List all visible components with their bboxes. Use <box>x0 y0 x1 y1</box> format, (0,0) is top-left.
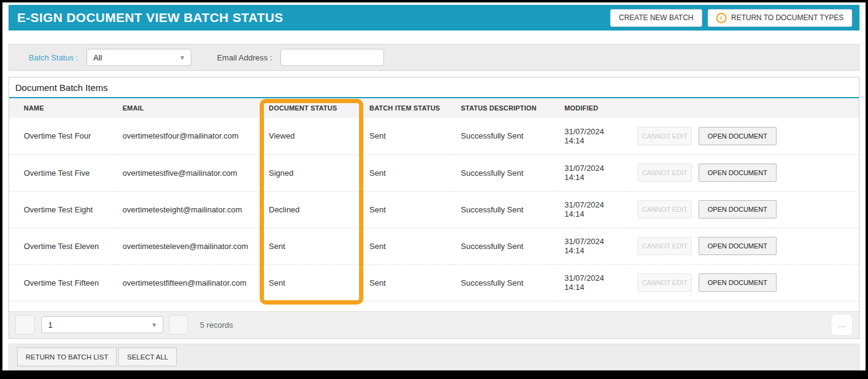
cannot-edit-button: CANNOT EDIT <box>638 273 692 292</box>
batch-status-select[interactable]: All ▼ <box>87 49 191 66</box>
email-address-label: Email Address : <box>217 53 272 62</box>
create-new-batch-button[interactable]: CREATE NEW BATCH <box>610 9 702 27</box>
footer-bar: RETURN TO BATCH LIST SELECT ALL <box>9 344 859 370</box>
cell-email: overtimetestfour@mailinator.com <box>116 118 263 154</box>
page-selected-value: 1 <box>48 320 52 330</box>
cell-document-status: Declined <box>263 191 363 228</box>
return-to-document-types-label: RETURN TO DOCUMENT TYPES <box>731 13 844 22</box>
table-header: NAME EMAIL DOCUMENT STATUS BATCH ITEM ST… <box>9 98 859 118</box>
table-row: Overtime Test Eight overtimetesteight@ma… <box>9 191 859 228</box>
panel-title: Document Batch Items <box>9 78 859 97</box>
cell-document-status: Sent <box>263 264 363 301</box>
table-row: Overtime Test Eleven overtimetesteleven@… <box>9 228 859 264</box>
cell-name: Overtime Test Fifteen <box>9 264 116 301</box>
cannot-edit-button: CANNOT EDIT <box>638 200 692 218</box>
column-header-status-description: STATUS DESCRIPTION <box>455 98 558 118</box>
cell-email: overtimetesteight@mailinator.com <box>116 191 263 228</box>
cell-email: overtimetestfifteen@mailinator.com <box>116 264 263 301</box>
header-actions: CREATE NEW BATCH ‹ RETURN TO DOCUMENT TY… <box>610 9 852 27</box>
pagination-bar: 1 ▼ 5 records ... <box>9 311 859 338</box>
open-document-button[interactable]: OPEN DOCUMENT <box>699 273 777 292</box>
page-header: E-SIGN DOCUMENT VIEW BATCH STATUS CREATE… <box>9 5 859 31</box>
table-row: Overtime Test Fifteen overtimetestfiftee… <box>9 264 859 301</box>
email-address-input[interactable] <box>280 49 384 66</box>
cell-name: Overtime Test Eight <box>9 191 116 228</box>
page-title: E-SIGN DOCUMENT VIEW BATCH STATUS <box>17 10 283 25</box>
pagination-more-button[interactable]: ... <box>831 314 853 336</box>
cell-email: overtimetesteleven@mailinator.com <box>116 228 263 264</box>
cell-modified: 31/07/2024 14:14 <box>558 228 631 264</box>
cell-modified: 31/07/2024 14:14 <box>558 191 631 228</box>
filter-bar: Batch Status : All ▼ Email Address : <box>9 44 859 71</box>
table-row: Overtime Test Five overtimetestfive@mail… <box>9 154 859 191</box>
caret-down-icon: ▼ <box>179 54 185 61</box>
cell-status-description: Successfully Sent <box>455 154 558 191</box>
return-to-batch-list-button[interactable]: RETURN TO BATCH LIST <box>17 347 116 366</box>
column-header-edit <box>631 98 692 118</box>
cell-email: overtimetestfive@mailinator.com <box>116 154 263 191</box>
open-document-button[interactable]: OPEN DOCUMENT <box>699 237 777 255</box>
column-header-modified: MODIFIED <box>558 98 631 118</box>
cell-document-status: Sent <box>263 228 363 264</box>
caret-down-icon: ▼ <box>151 322 157 328</box>
cell-batch-item-status: Sent <box>363 228 455 264</box>
records-count: 5 records <box>200 320 233 330</box>
cell-name: Overtime Test Eleven <box>9 228 116 264</box>
cell-name: Overtime Test Five <box>9 154 116 191</box>
cell-status-description: Successfully Sent <box>455 264 558 301</box>
cell-status-description: Successfully Sent <box>455 228 558 264</box>
app-window: E-SIGN DOCUMENT VIEW BATCH STATUS CREATE… <box>2 2 866 370</box>
cell-modified: 31/07/2024 14:14 <box>558 154 631 191</box>
open-document-button[interactable]: OPEN DOCUMENT <box>699 127 777 145</box>
table-row: Overtime Test Four overtimetestfour@mail… <box>9 118 859 154</box>
table-body: Overtime Test Four overtimetestfour@mail… <box>9 118 859 301</box>
column-header-name: NAME <box>9 98 116 118</box>
open-document-button[interactable]: OPEN DOCUMENT <box>699 164 777 182</box>
column-header-open <box>692 98 859 118</box>
cell-batch-item-status: Sent <box>363 191 455 228</box>
cell-document-status: Signed <box>263 154 363 191</box>
select-all-button[interactable]: SELECT ALL <box>118 347 177 366</box>
open-document-button[interactable]: OPEN DOCUMENT <box>699 200 777 218</box>
pagination-prev-button[interactable] <box>15 315 35 334</box>
column-header-email: EMAIL <box>116 98 263 118</box>
cell-status-description: Successfully Sent <box>455 118 558 154</box>
cell-name: Overtime Test Four <box>9 118 116 154</box>
return-to-document-types-button[interactable]: ‹ RETURN TO DOCUMENT TYPES <box>708 9 852 27</box>
cell-modified: 31/07/2024 14:14 <box>558 264 631 301</box>
document-batch-items-panel: Document Batch Items NAME EMAIL DOCUMENT… <box>9 77 859 339</box>
column-header-batch-item-status: BATCH ITEM STATUS <box>363 98 455 118</box>
chevron-left-circle-icon: ‹ <box>716 13 727 23</box>
cell-status-description: Successfully Sent <box>455 191 558 228</box>
cell-document-status: Viewed <box>263 118 363 154</box>
page-select[interactable]: 1 ▼ <box>41 316 163 333</box>
cannot-edit-button: CANNOT EDIT <box>638 164 692 182</box>
cannot-edit-button: CANNOT EDIT <box>638 127 692 145</box>
column-header-document-status: DOCUMENT STATUS <box>263 98 363 118</box>
batch-items-table: NAME EMAIL DOCUMENT STATUS BATCH ITEM ST… <box>9 98 859 301</box>
cell-modified: 31/07/2024 14:14 <box>558 118 631 154</box>
cell-batch-item-status: Sent <box>363 154 455 191</box>
cannot-edit-button: CANNOT EDIT <box>638 237 692 255</box>
create-new-batch-label: CREATE NEW BATCH <box>619 13 693 22</box>
cell-batch-item-status: Sent <box>363 264 455 301</box>
cell-batch-item-status: Sent <box>363 118 455 154</box>
batch-status-label: Batch Status : <box>29 53 78 62</box>
batch-status-selected-value: All <box>93 53 102 62</box>
pagination-next-button[interactable] <box>169 315 188 334</box>
